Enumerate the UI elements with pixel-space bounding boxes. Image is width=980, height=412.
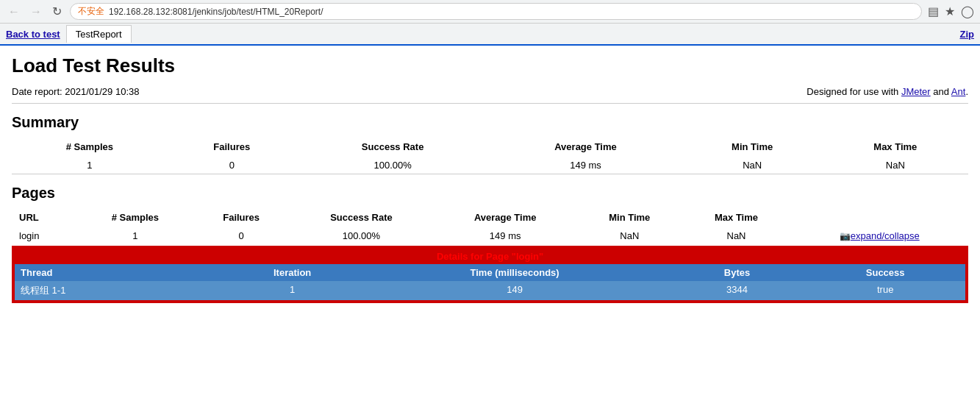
col-avg-time: Average Time bbox=[489, 137, 682, 157]
summary-min-time: NaN bbox=[682, 157, 823, 174]
summary-avg-time: 149 ms bbox=[489, 157, 682, 174]
forward-button[interactable]: → bbox=[28, 5, 44, 18]
details-col-iteration: Iteration bbox=[218, 267, 367, 278]
summary-heading: Summary bbox=[12, 114, 968, 131]
reload-button[interactable]: ↻ bbox=[50, 4, 64, 18]
designed-for-suffix: . bbox=[965, 86, 968, 97]
back-to-test-link[interactable]: Back to test bbox=[6, 29, 60, 40]
pages-heading: Pages bbox=[12, 185, 968, 202]
pages-col-failures: Failures bbox=[193, 207, 290, 227]
summary-header-row: # Samples Failures Success Rate Average … bbox=[12, 137, 968, 157]
security-warning: 不安全 bbox=[78, 5, 104, 18]
browser-chrome: ← → ↻ 不安全 192.168.28.132:8081/jenkins/jo… bbox=[0, 0, 980, 24]
cast-icon: ▤ bbox=[928, 4, 939, 18]
expand-icon: 📷 bbox=[840, 231, 851, 241]
details-col-bytes: Bytes bbox=[663, 267, 812, 278]
details-bytes: 3344 bbox=[663, 284, 812, 297]
page-title: Load Test Results bbox=[12, 54, 968, 77]
pages-col-avg-time: Average Time bbox=[433, 207, 577, 227]
tab-bar: Back to test TestReport Zip bbox=[0, 24, 980, 46]
pages-col-success-rate: Success Rate bbox=[290, 207, 434, 227]
date-line: Date report: 2021/01/29 10:38 Designed f… bbox=[12, 86, 968, 104]
pages-data-row: login 1 0 100.00% 149 ms NaN NaN 📷expand… bbox=[12, 227, 968, 244]
date-report: Date report: 2021/01/29 10:38 bbox=[12, 86, 139, 97]
ant-link[interactable]: Ant bbox=[951, 86, 966, 97]
details-panel: Details for Page "login" Thread Iteratio… bbox=[12, 246, 968, 303]
pages-max-time: NaN bbox=[682, 227, 791, 244]
pages-failures: 0 bbox=[193, 227, 290, 244]
details-data-row: 线程组 1-1 1 149 3344 true bbox=[15, 281, 965, 300]
bookmark-icon: ★ bbox=[945, 4, 955, 18]
designed-for-middle: and bbox=[931, 86, 951, 97]
details-header-row: Thread Iteration Time (milliseconds) Byt… bbox=[15, 264, 965, 281]
url-text: 192.168.28.132:8081/jenkins/job/test/HTM… bbox=[109, 7, 323, 17]
profile-icon: ◯ bbox=[961, 4, 974, 18]
summary-data-row: 1 0 100.00% 149 ms NaN NaN bbox=[12, 157, 968, 174]
browser-icons: ▤ ★ ◯ bbox=[928, 4, 974, 18]
col-min-time: Min Time bbox=[682, 137, 823, 157]
pages-header-row: URL # Samples Failures Success Rate Aver… bbox=[12, 207, 968, 227]
nav-links: Back to test TestReport bbox=[0, 25, 137, 43]
details-inner: Thread Iteration Time (milliseconds) Byt… bbox=[15, 264, 965, 300]
pages-col-max-time: Max Time bbox=[682, 207, 791, 227]
details-iteration: 1 bbox=[218, 284, 367, 297]
pages-samples: 1 bbox=[77, 227, 193, 244]
designed-for-prefix: Designed for use with bbox=[806, 86, 901, 97]
main-content: Load Test Results Date report: 2021/01/2… bbox=[0, 46, 980, 312]
zip-link[interactable]: Zip bbox=[960, 29, 975, 40]
details-thread: 线程组 1-1 bbox=[21, 284, 218, 297]
back-button[interactable]: ← bbox=[6, 5, 22, 18]
details-time: 149 bbox=[366, 284, 662, 297]
pages-url: login bbox=[12, 227, 77, 244]
pages-success-rate: 100.00% bbox=[290, 227, 434, 244]
summary-max-time: NaN bbox=[823, 157, 968, 174]
details-col-success: Success bbox=[811, 267, 959, 278]
url-bar[interactable]: 不安全 192.168.28.132:8081/jenkins/job/test… bbox=[70, 3, 922, 20]
summary-table: # Samples Failures Success Rate Average … bbox=[12, 137, 968, 174]
designed-for: Designed for use with JMeter and Ant. bbox=[806, 86, 968, 97]
col-success-rate: Success Rate bbox=[296, 137, 489, 157]
summary-success-rate: 100.00% bbox=[296, 157, 489, 174]
pages-avg-time: 149 ms bbox=[433, 227, 577, 244]
col-samples: # Samples bbox=[12, 137, 168, 157]
col-max-time: Max Time bbox=[823, 137, 968, 157]
pages-col-samples: # Samples bbox=[77, 207, 193, 227]
summary-failures: 0 bbox=[168, 157, 296, 174]
pages-table: URL # Samples Failures Success Rate Aver… bbox=[12, 207, 968, 244]
summary-samples: 1 bbox=[12, 157, 168, 174]
expand-collapse-link[interactable]: expand/collapse bbox=[851, 230, 920, 241]
details-col-time: Time (milliseconds) bbox=[366, 267, 662, 278]
pages-col-url: URL bbox=[12, 207, 77, 227]
details-success: true bbox=[811, 284, 959, 297]
pages-col-action bbox=[790, 207, 968, 227]
pages-col-min-time: Min Time bbox=[577, 207, 682, 227]
details-col-thread: Thread bbox=[21, 267, 218, 278]
col-failures: Failures bbox=[168, 137, 296, 157]
jmeter-link[interactable]: JMeter bbox=[901, 86, 931, 97]
expand-collapse-cell: 📷expand/collapse bbox=[790, 227, 968, 244]
pages-min-time: NaN bbox=[577, 227, 682, 244]
details-title: Details for Page "login" bbox=[15, 249, 965, 264]
test-report-tab[interactable]: TestReport bbox=[66, 25, 132, 43]
